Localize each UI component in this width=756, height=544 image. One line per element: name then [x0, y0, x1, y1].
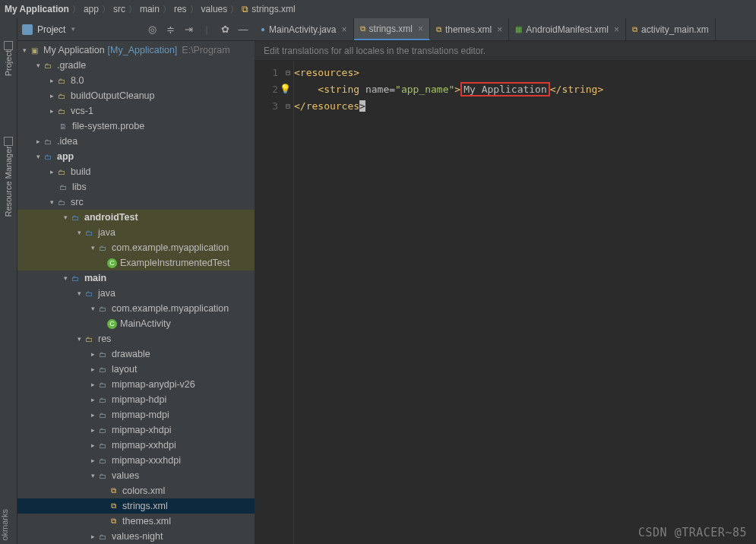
project-icon: ▣ [28, 45, 40, 55]
folder-icon: 🗀 [96, 470, 109, 481]
close-icon[interactable]: × [418, 24, 423, 34]
folder-icon: 🗀 [96, 425, 109, 435]
tree-m1[interactable]: ▸🗀mipmap-anydpi-v26 [17, 377, 255, 392]
tree-app[interactable]: ▾🗀app [17, 149, 255, 164]
breadcrumb: My Application 〉 app 〉 src 〉 main 〉 res … [0, 0, 756, 18]
crumb-root[interactable]: My Application [5, 4, 69, 14]
text-cursor: > [359, 100, 365, 112]
collapse-icon[interactable]: ⇥ [182, 23, 195, 36]
project-tree[interactable]: ▾▣ My Application [My_Application] E:\Pr… [17, 41, 255, 544]
tree-main[interactable]: ▾🗀main [17, 270, 255, 286]
chevron-right-icon: 〉 [190, 4, 198, 15]
tab-strings[interactable]: ⧉strings.xml× [354, 18, 430, 40]
folder-icon: 🗀 [96, 349, 109, 359]
crumb-values[interactable]: values [201, 4, 228, 14]
tab-mainactivity[interactable]: ●MainActivity.java× [255, 18, 354, 40]
bookmarks-tool-button[interactable]: okmarks [0, 509, 9, 541]
tree-buildoutput[interactable]: ▸🗀buildOutputCleanup [17, 88, 255, 103]
tree-vcs[interactable]: ▸🗀vcs-1 [17, 103, 255, 119]
folder-icon: 🗀 [83, 227, 95, 238]
highlighted-text: My Application [460, 82, 550, 96]
fold-icon[interactable]: ⊟ [286, 102, 290, 110]
watermark: CSDN @TRACER~85 [638, 526, 747, 539]
folder-icon: 🗀 [96, 455, 109, 466]
hint-text: Edit translations for all locales in the… [264, 46, 486, 56]
gear-icon[interactable]: ✿ [218, 23, 232, 36]
tree-libs[interactable]: 🗀libs [17, 179, 255, 195]
tree-java2[interactable]: ▾🗀java [17, 286, 255, 301]
divider: | [200, 23, 214, 36]
class-icon: C [107, 258, 117, 268]
package-icon: 🗀 [96, 242, 109, 253]
tree-java1[interactable]: ▾🗀java [17, 225, 255, 240]
tab-manifest[interactable]: ▦AndroidManifest.xml× [509, 18, 626, 40]
folder-icon: 🗀 [69, 212, 81, 223]
crumb-app[interactable]: app [84, 4, 99, 14]
tree-m2[interactable]: ▸🗀mipmap-hdpi [17, 392, 255, 407]
close-icon[interactable]: × [497, 24, 502, 35]
project-tool-button[interactable]: Project [4, 41, 13, 76]
project-view-title[interactable]: Project [37, 24, 65, 35]
crumb-file[interactable]: strings.xml [251, 4, 295, 14]
tree-values[interactable]: ▾🗀values [17, 468, 255, 483]
tree-gradle[interactable]: ▾🗀.gradle [17, 58, 255, 73]
tree-src[interactable]: ▾🗀src [17, 195, 255, 210]
xml-file-icon: ⧉ [107, 516, 119, 527]
tree-probe[interactable]: 🗎file-system.probe [17, 119, 255, 134]
tree-80[interactable]: ▸🗀8.0 [17, 73, 255, 88]
tree-themes[interactable]: ⧉themes.xml [17, 514, 255, 529]
tree-m5[interactable]: ▸🗀mipmap-xxhdpi [17, 438, 255, 453]
tree-strings[interactable]: ⧉strings.xml [17, 498, 255, 514]
chevron-right-icon: 〉 [230, 4, 239, 15]
close-icon[interactable]: × [614, 24, 619, 35]
java-file-icon: ● [261, 25, 265, 33]
target-icon[interactable]: ◎ [145, 23, 159, 36]
expand-icon[interactable]: ≑ [163, 23, 177, 36]
editor-tabs: ●MainActivity.java× ⧉strings.xml× ⧉theme… [255, 18, 756, 41]
intention-bulb-icon[interactable]: 💡 [280, 84, 291, 94]
tree-root[interactable]: ▾▣ My Application [My_Application] E:\Pr… [17, 43, 255, 58]
resource-manager-label: Resource Manager [4, 146, 13, 217]
folder-icon: 🗀 [42, 60, 54, 71]
tree-pkg2[interactable]: ▾🗀com.example.myapplication [17, 301, 255, 316]
xml-file-icon: ⧉ [436, 25, 441, 34]
tree-test1[interactable]: CExampleInstrumentedTest [17, 255, 255, 270]
tree-drawable[interactable]: ▸🗀drawable [17, 346, 255, 362]
tab-themes[interactable]: ⧉themes.xml× [430, 18, 509, 40]
tree-m4[interactable]: ▸🗀mipmap-xhdpi [17, 422, 255, 438]
code-content[interactable]: <resources> <string name="app_name">My A… [294, 61, 603, 544]
tree-m3[interactable]: ▸🗀mipmap-mdpi [17, 407, 255, 422]
tree-colors[interactable]: ⧉colors.xml [17, 483, 255, 498]
module-icon: 🗀 [42, 151, 54, 162]
tree-layout[interactable]: ▸🗀layout [17, 362, 255, 377]
close-icon[interactable]: × [342, 24, 347, 35]
fold-icon[interactable]: ⊟ [286, 68, 290, 77]
folder-icon: 🗀 [96, 531, 109, 542]
crumb-main[interactable]: main [140, 4, 160, 14]
tree-androidtest[interactable]: ▾🗀androidTest [17, 210, 255, 225]
folder-icon: 🗀 [55, 90, 68, 101]
tree-mainactivity[interactable]: CMainActivity [17, 316, 255, 331]
folder-icon: 🗀 [55, 106, 68, 116]
hide-icon[interactable]: — [236, 23, 250, 36]
code-editor[interactable]: 1⊟ 2💡 3⊟ <resources> <string name="app_n… [255, 61, 756, 544]
folder-icon: 🗀 [96, 440, 109, 451]
res-folder-icon: 🗀 [83, 334, 95, 344]
tree-pkg1[interactable]: ▾🗀com.example.myapplication [17, 240, 255, 255]
resource-manager-tool-button[interactable]: Resource Manager [4, 137, 13, 217]
project-panel-header: Project ▼ ◎ ≑ ⇥ | ✿ — [17, 18, 255, 41]
editor-area: ●MainActivity.java× ⧉strings.xml× ⧉theme… [255, 18, 756, 544]
folder-icon: 🗀 [96, 394, 109, 405]
project-tool-label: Project [4, 50, 13, 76]
tab-activity-main[interactable]: ⧉activity_main.xm [626, 18, 716, 40]
project-view-dropdown-icon[interactable]: ▼ [70, 26, 76, 33]
tree-res[interactable]: ▾🗀res [17, 331, 255, 346]
tree-build[interactable]: ▸🗀build [17, 164, 255, 179]
resource-manager-icon [4, 137, 13, 146]
crumb-res[interactable]: res [174, 4, 187, 14]
translation-hint-bar[interactable]: Edit translations for all locales in the… [255, 41, 756, 61]
tree-values-night[interactable]: ▸🗀values-night [17, 529, 255, 544]
tree-m6[interactable]: ▸🗀mipmap-xxxhdpi [17, 453, 255, 468]
crumb-src[interactable]: src [113, 4, 125, 14]
tree-idea[interactable]: ▸🗀.idea [17, 134, 255, 149]
